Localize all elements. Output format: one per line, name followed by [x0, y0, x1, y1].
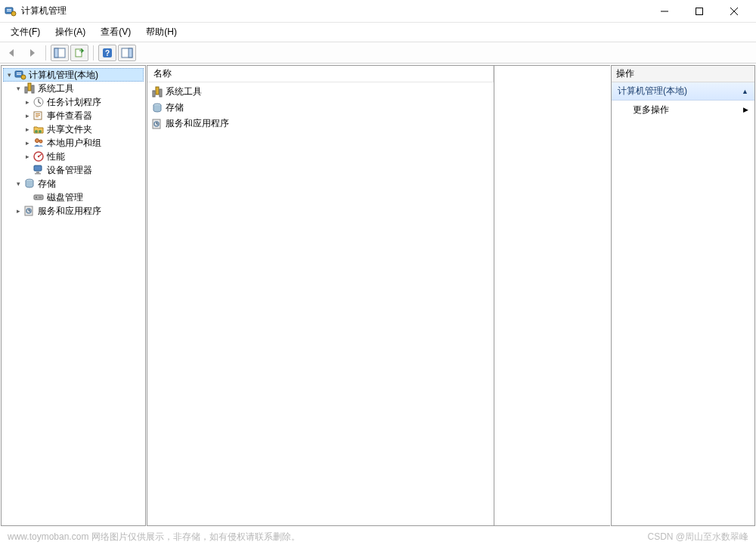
tree-item-local-users[interactable]: ▸ 本地用户和组 — [3, 136, 144, 150]
export-button[interactable] — [70, 45, 88, 61]
svg-point-3 — [11, 11, 16, 16]
tree-item-event-viewer[interactable]: ▸ 事件查看器 — [3, 109, 144, 122]
svg-rect-17 — [25, 87, 27, 93]
computer-management-icon — [5, 5, 17, 17]
svg-text:?: ? — [105, 49, 110, 57]
list-header: 名称 — [147, 66, 494, 82]
tree-label: 计算机管理(本地) — [29, 69, 98, 82]
svg-rect-31 — [36, 172, 39, 173]
menu-action[interactable]: 操作(A) — [48, 23, 93, 41]
actions-header: 操作 — [612, 66, 754, 82]
tree-label: 磁盘管理 — [47, 191, 83, 204]
svg-rect-13 — [17, 73, 21, 73]
action-label: 更多操作 — [633, 104, 669, 116]
svg-rect-41 — [160, 89, 162, 97]
svg-rect-11 — [129, 48, 132, 57]
tree-label: 性能 — [47, 150, 65, 163]
tree-item-computer-management[interactable]: ▾ 计算机管理(本地) — [3, 68, 144, 82]
tree-item-storage[interactable]: ▾ 存储 — [3, 177, 144, 190]
tree-label: 服务和应用程序 — [38, 205, 101, 218]
list-item-system-tools[interactable]: 系统工具 — [147, 84, 494, 100]
column-name[interactable]: 名称 — [147, 66, 494, 82]
expand-icon[interactable]: ▸ — [23, 98, 32, 107]
watermark-right: CSDN @周山至水数翠峰 — [647, 531, 748, 543]
tree-label: 事件查看器 — [47, 110, 92, 122]
toolbar-separator — [45, 45, 46, 60]
svg-point-15 — [21, 75, 26, 79]
collapse-icon[interactable]: ▾ — [14, 84, 23, 93]
svg-point-35 — [36, 197, 37, 198]
action-group-title: 计算机管理(本地) — [618, 85, 687, 98]
help-button[interactable]: ? — [98, 45, 116, 61]
system-tools-icon — [23, 82, 36, 94]
svg-point-26 — [36, 139, 39, 143]
action-more[interactable]: 更多操作 ▶ — [612, 101, 754, 119]
menu-file[interactable]: 文件(F) — [3, 23, 48, 41]
close-button[interactable] — [717, 0, 751, 23]
expand-icon[interactable]: ▸ — [23, 111, 32, 120]
tree-item-system-tools[interactable]: ▾ 系统工具 — [3, 82, 144, 95]
list-item-storage[interactable]: 存储 — [147, 100, 494, 116]
tree-item-task-scheduler[interactable]: ▸ 任务计划程序 — [3, 95, 144, 109]
maximize-button[interactable] — [682, 0, 717, 23]
show-hide-tree-button[interactable] — [51, 45, 69, 61]
svg-rect-22 — [36, 115, 40, 116]
actions-panel: 操作 计算机管理(本地) ▲ 更多操作 ▶ — [611, 65, 755, 526]
tree-item-shared-folders[interactable]: ▸ 共享文件夹 — [3, 122, 144, 136]
window-controls — [647, 0, 751, 23]
menu-help[interactable]: 帮助(H) — [138, 23, 184, 41]
expand-icon[interactable]: ▸ — [23, 125, 32, 134]
computer-management-icon — [14, 69, 26, 81]
svg-point-25 — [39, 130, 42, 133]
expand-icon[interactable]: ▸ — [14, 206, 23, 215]
list-item-services-apps[interactable]: 服务和应用程序 — [147, 116, 494, 132]
list-empty-area — [494, 65, 610, 526]
device-manager-icon — [33, 164, 45, 176]
tree-label: 共享文件夹 — [47, 123, 92, 136]
show-action-pane-button[interactable] — [118, 45, 136, 61]
tree-panel[interactable]: ▾ 计算机管理(本地) ▾ 系统工具 ▸ 任务计划 — [1, 65, 146, 526]
tree-label: 系统工具 — [38, 82, 74, 95]
back-button[interactable] — [3, 45, 21, 61]
list-item-label: 服务和应用程序 — [166, 117, 229, 130]
list-view[interactable]: 名称 系统工具 存储 — [147, 65, 494, 526]
svg-rect-23 — [36, 116, 39, 117]
svg-rect-32 — [35, 173, 41, 175]
main-area: ▾ 计算机管理(本地) ▾ 系统工具 ▸ 任务计划 — [0, 63, 756, 527]
list-item-label: 存储 — [166, 101, 184, 114]
tree-label: 设备管理器 — [47, 164, 92, 177]
expand-icon[interactable]: ▸ — [23, 138, 32, 147]
menu-view[interactable]: 查看(V) — [93, 23, 138, 41]
window-title: 计算机管理 — [21, 5, 67, 17]
collapse-icon[interactable]: ▾ — [14, 179, 23, 188]
tree-item-services-apps[interactable]: ▸ 服务和应用程序 — [3, 204, 144, 218]
forward-button[interactable] — [23, 45, 41, 61]
svg-point-29 — [38, 156, 39, 157]
svg-rect-30 — [34, 166, 42, 171]
collapse-icon[interactable]: ▾ — [5, 70, 14, 79]
action-group-header[interactable]: 计算机管理(本地) ▲ — [612, 82, 754, 101]
performance-icon — [33, 150, 45, 163]
svg-rect-39 — [156, 87, 159, 94]
event-viewer-icon — [33, 110, 45, 122]
watermark-left: www.toymoban.com 网络图片仅供展示，非存储，如有侵权请联系删除。 — [8, 531, 300, 543]
tree-label: 存储 — [38, 178, 56, 190]
svg-rect-6 — [54, 48, 58, 57]
svg-rect-16 — [28, 83, 31, 91]
storage-icon — [23, 178, 36, 190]
expand-icon[interactable]: ▸ — [23, 152, 32, 161]
tree: ▾ 计算机管理(本地) ▾ 系统工具 ▸ 任务计划 — [2, 67, 145, 218]
svg-rect-18 — [32, 85, 34, 93]
tree-label: 本地用户和组 — [47, 137, 101, 150]
tree-item-device-manager[interactable]: 设备管理器 — [3, 163, 144, 177]
svg-rect-4 — [696, 8, 703, 14]
svg-rect-40 — [153, 91, 155, 97]
titlebar: 计算机管理 — [0, 0, 756, 23]
svg-rect-36 — [39, 197, 42, 198]
list-panel: 名称 系统工具 存储 — [147, 65, 610, 526]
svg-point-24 — [35, 130, 38, 133]
minimize-button[interactable] — [647, 0, 682, 23]
tree-item-disk-management[interactable]: 磁盘管理 — [3, 190, 144, 204]
tree-item-performance[interactable]: ▸ 性能 — [3, 150, 144, 163]
svg-rect-14 — [17, 74, 21, 75]
